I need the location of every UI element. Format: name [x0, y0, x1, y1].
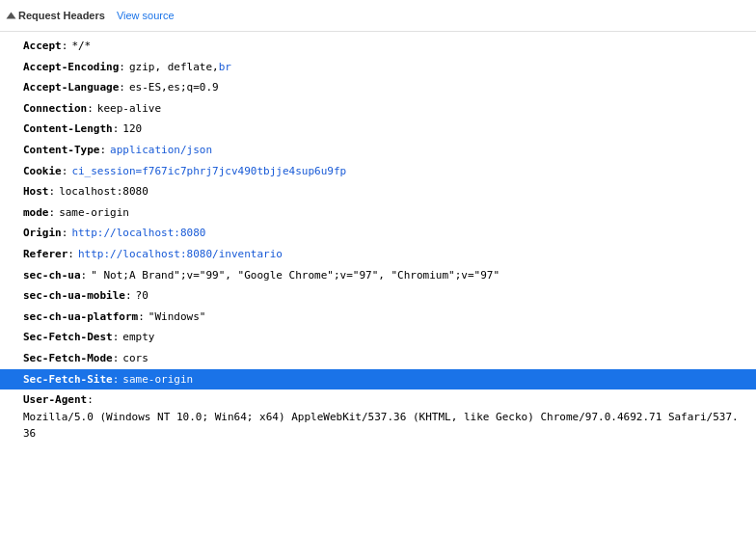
header-separator: : — [125, 287, 132, 305]
header-row[interactable]: sec-ch-ua-mobile: ?0 — [0, 285, 756, 307]
header-row[interactable]: Cookie: ci_session=f767ic7phrj7jcv490tbj… — [0, 161, 756, 182]
header-value: application/json — [110, 142, 212, 159]
header-value: empty — [122, 329, 154, 346]
header-separator: : — [87, 100, 94, 118]
header-row[interactable]: mode: same-origin — [0, 202, 756, 224]
header-row[interactable]: sec-ch-ua-platform: "Windows" — [0, 307, 756, 328]
header-value: keep-alive — [97, 100, 161, 118]
headers-list: Accept: */*Accept-Encoding: gzip, deflat… — [0, 32, 756, 448]
header-name: Accept-Encoding — [23, 59, 119, 76]
header-separator: : — [113, 121, 120, 138]
header-row[interactable]: Origin: http://localhost:8080 — [0, 223, 756, 244]
header-value: cors — [122, 350, 148, 367]
header-row[interactable]: Host: localhost:8080 — [0, 181, 756, 202]
header-separator: : — [119, 59, 125, 76]
header-value: gzip, deflate, — [129, 59, 219, 76]
panel-header: Request Headers View source — [0, 0, 756, 32]
header-value: br — [219, 59, 231, 76]
collapse-triangle-icon[interactable] — [7, 13, 16, 19]
header-separator: : — [62, 225, 68, 242]
header-name: Sec-Fetch-Site — [23, 371, 113, 389]
header-name: User-Agent — [23, 391, 87, 409]
header-value: same-origin — [59, 204, 129, 222]
header-value: */* — [71, 38, 91, 55]
header-name: Host — [23, 183, 49, 201]
header-row[interactable]: Accept-Encoding: gzip, deflate, br — [0, 57, 756, 78]
header-name: Sec-Fetch-Dest — [23, 329, 113, 346]
header-row[interactable]: Sec-Fetch-Dest: empty — [0, 327, 756, 348]
header-value: 120 — [122, 121, 142, 138]
header-value: es-ES,es;q=0.9 — [129, 79, 219, 96]
header-separator: : — [68, 246, 74, 263]
header-row[interactable]: Referer: http://localhost:8080/inventari… — [0, 244, 756, 265]
header-name: Content-Length — [23, 121, 113, 138]
header-row[interactable]: Accept: */* — [0, 36, 756, 57]
header-separator: : — [99, 142, 106, 159]
header-separator: : — [113, 371, 120, 389]
header-name: sec-ch-ua — [23, 267, 81, 284]
header-row[interactable]: Sec-Fetch-Site: same-origin — [0, 369, 756, 390]
header-value: http://localhost:8080 — [71, 225, 205, 242]
header-name: Accept-Language — [23, 79, 119, 96]
header-name: Connection — [23, 100, 87, 118]
header-separator: : — [87, 391, 94, 409]
request-headers-panel: Request Headers View source Accept: */*A… — [0, 0, 756, 448]
header-name: Content-Type — [23, 142, 99, 159]
header-value: "Windows" — [148, 309, 206, 326]
header-name: Cookie — [23, 163, 62, 180]
header-row[interactable]: Content-Type: application/json — [0, 140, 756, 161]
header-name: sec-ch-ua-platform — [23, 309, 138, 326]
header-row[interactable]: Sec-Fetch-Mode: cors — [0, 348, 756, 369]
header-row[interactable]: User-Agent: Mozilla/5.0 (Windows NT 10.0… — [0, 389, 756, 444]
header-row[interactable]: sec-ch-ua: " Not;A Brand";v="99", "Googl… — [0, 265, 756, 286]
header-value: ci_session=f767ic7phrj7jcv490tbjje4sup6u… — [71, 163, 346, 180]
header-value: " Not;A Brand";v="99", "Google Chrome";v… — [91, 267, 500, 284]
header-value: same-origin — [122, 371, 193, 389]
header-separator: : — [49, 183, 56, 201]
header-separator: : — [113, 350, 120, 367]
header-value: ?0 — [136, 287, 148, 305]
header-value: Mozilla/5.0 (Windows NT 10.0; Win64; x64… — [23, 409, 741, 443]
header-separator: : — [138, 309, 145, 326]
header-separator: : — [81, 267, 88, 284]
header-name: Sec-Fetch-Mode — [23, 350, 113, 367]
header-value: http://localhost:8080/inventario — [78, 246, 283, 263]
header-row[interactable]: Content-Length: 120 — [0, 119, 756, 140]
header-name: Origin — [23, 225, 62, 242]
header-separator: : — [62, 38, 68, 55]
section-title: Request Headers — [8, 10, 105, 21]
header-name: Accept — [23, 38, 62, 55]
header-separator: : — [49, 204, 56, 222]
header-separator: : — [119, 79, 125, 96]
header-name: mode — [23, 204, 49, 222]
header-name: sec-ch-ua-mobile — [23, 287, 125, 305]
header-row[interactable]: Accept-Language: es-ES,es;q=0.9 — [0, 77, 756, 98]
header-value: localhost:8080 — [59, 183, 148, 201]
header-name: Referer — [23, 246, 68, 263]
header-row[interactable]: Connection: keep-alive — [0, 98, 756, 120]
section-title-text: Request Headers — [18, 10, 105, 21]
header-separator: : — [113, 329, 120, 346]
view-source-link[interactable]: View source — [117, 10, 175, 21]
header-separator: : — [62, 163, 68, 180]
